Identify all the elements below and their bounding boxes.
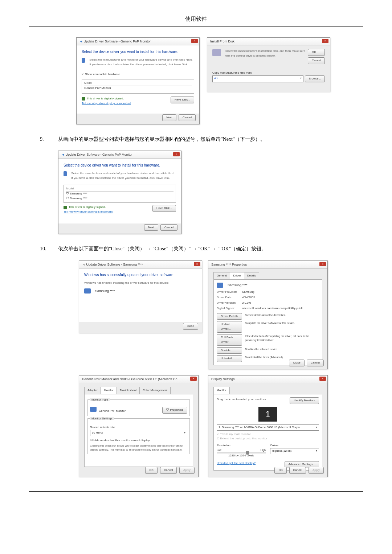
dialog-title: Update Driver Software - Generic PnP Mon… <box>83 40 151 43</box>
tab-troubleshoot[interactable]: Troubleshoot <box>117 387 140 394</box>
resolution-slider[interactable] <box>217 452 266 454</box>
model-list[interactable]: Model Generic PnP Monitor <box>82 79 194 94</box>
step-9: 9. 从画面中的显示器型号列表中选择与您的显示器相匹配的型号，然后单击"Next… <box>40 135 363 143</box>
dialog-title: Display Settings <box>211 377 235 381</box>
close-icon[interactable]: × <box>319 377 326 381</box>
cancel-button[interactable]: Cancel <box>179 114 196 121</box>
ok-button[interactable]: OK <box>308 49 325 56</box>
disable-button[interactable]: Disable <box>217 347 242 354</box>
rollback-button[interactable]: Roll Back Driver <box>217 334 242 346</box>
browse-button[interactable]: Browse... <box>305 75 325 82</box>
properties-button[interactable]: 🛡 Properties <box>162 407 187 414</box>
cancel-button[interactable]: Cancel <box>160 224 177 231</box>
back-arrow[interactable]: ◄ <box>61 153 65 156</box>
update-driver-button[interactable]: Update Driver... <box>217 321 242 333</box>
install-from-disk-dialog: Install From Disk × Insert the manufactu… <box>207 37 330 92</box>
tab-details[interactable]: Details <box>244 272 259 279</box>
tab-driver[interactable]: Driver <box>230 272 244 279</box>
close-button[interactable]: Close <box>289 360 304 366</box>
step-10: 10. 依次单击以下画面中的"Close"（关闭） → "Close"（关闭）"… <box>40 245 363 253</box>
close-button[interactable]: Close <box>183 323 198 330</box>
tab-adapter[interactable]: Adapter <box>84 387 101 394</box>
drag-label: Drag the icons to match your monitors. <box>217 397 266 404</box>
model-item[interactable]: Generic PnP Monitor <box>84 86 192 91</box>
group-title: Monitor Settings <box>90 417 114 420</box>
signer-label: Digital Signer: <box>217 306 242 311</box>
device-icon <box>84 288 91 294</box>
identify-button[interactable]: Identify Monitors <box>290 397 319 404</box>
next-button[interactable]: Next <box>144 224 158 231</box>
button-row: OK Cancel Apply <box>144 467 195 474</box>
have-disk-button[interactable]: Have Disk... <box>171 97 194 103</box>
titlebar: ◄ Update Driver Software - Samsung **** … <box>79 261 202 268</box>
path-combo[interactable]: A:\ <box>212 75 303 82</box>
cancel-button[interactable]: Cancel <box>289 467 306 474</box>
close-icon[interactable]: × <box>319 262 326 266</box>
close-icon[interactable]: × <box>173 152 180 156</box>
monitor-preview[interactable]: 1 <box>258 407 277 422</box>
step-text: 依次单击以下画面中的"Close"（关闭） → "Close"（关闭）" → "… <box>58 245 363 253</box>
figure-single: ◄ Update Driver Software - Generic PnP M… <box>58 151 363 234</box>
dialog-body: Insert the manufacturer's installation d… <box>207 45 330 92</box>
apply-button[interactable]: Apply <box>309 467 324 474</box>
refresh-label: Screen refresh rate: <box>90 425 187 430</box>
ok-button[interactable]: OK <box>145 467 158 474</box>
ok-button[interactable]: OK <box>274 467 287 474</box>
update-driver-dialog-2: ◄ Update Driver Software - Generic PnP M… <box>58 151 181 234</box>
dialog-title: Update Driver Software - Generic PnP Mon… <box>65 153 132 156</box>
signing-link[interactable]: Tell me why driver signing is important <box>64 210 113 214</box>
tab-general[interactable]: General <box>213 272 230 279</box>
cancel-button[interactable]: Cancel <box>308 57 325 64</box>
have-disk-button[interactable]: Have Disk... <box>152 205 176 212</box>
extend-checkbox: ☑ Extend the desktop onto this monitor <box>217 436 319 441</box>
button-row: OK Cancel Apply <box>273 467 324 474</box>
close-icon[interactable]: × <box>194 262 200 266</box>
uninstall-button[interactable]: Uninstall <box>217 355 242 362</box>
heading: Select the device driver you want to ins… <box>82 49 194 55</box>
step-number: 10. <box>40 245 51 253</box>
back-arrow[interactable]: ◄ <box>79 40 83 43</box>
tab-color[interactable]: Color Management <box>139 387 171 394</box>
colors-combo[interactable]: Highest (32 bit) <box>270 448 319 454</box>
tabs: Adapter Monitor Troubleshoot Color Manag… <box>84 387 193 394</box>
cancel-button[interactable]: Cancel <box>160 467 177 474</box>
hide-modes-checkbox[interactable]: ☑ Hide modes that this monitor cannot di… <box>90 438 187 443</box>
titlebar: ◄ Update Driver Software - Generic PnP M… <box>58 151 181 159</box>
dialog-body: General Driver Details Samsung **** Driv… <box>208 268 327 369</box>
tab-monitor[interactable]: Monitor <box>101 387 117 394</box>
display-settings-dialog: Display Settings × Monitor Drag the icon… <box>208 375 328 477</box>
heading: Windows has successfully updated your dr… <box>84 272 197 278</box>
titlebar: ◄ Update Driver Software - Generic PnP M… <box>77 38 199 45</box>
titlebar: Install From Disk × <box>207 38 330 45</box>
next-button[interactable]: Next <box>162 114 176 121</box>
button-row: Close <box>181 323 198 330</box>
update-driver-dialog: ◄ Update Driver Software - Generic PnP M… <box>76 37 200 124</box>
high-label: High <box>261 448 266 452</box>
close-icon[interactable]: × <box>322 39 328 43</box>
driver-details-button[interactable]: Driver Details <box>217 313 242 320</box>
model-item[interactable]: 🛡 Samsung **** <box>66 196 173 201</box>
best-display-link[interactable]: How do I get the best display? <box>217 461 256 468</box>
show-compat-checkbox[interactable]: ☑ Show compatible hardware <box>82 72 194 77</box>
monitor-select[interactable]: 1. Samsung **** on NVIDIA GeForce 6600 L… <box>217 424 319 431</box>
device-icon <box>82 58 85 63</box>
close-icon[interactable]: × <box>191 39 198 43</box>
device-icon <box>64 171 67 176</box>
hide-desc: Clearing this check box allows you to se… <box>90 444 187 452</box>
signed-label: This driver is digitally signed. <box>64 205 113 210</box>
model-list[interactable]: Model 🛡 Samsung **** 🛡 Samsung **** <box>64 185 176 203</box>
column-header: Model <box>66 186 173 192</box>
tab-monitor[interactable]: Monitor <box>213 387 230 394</box>
refresh-combo[interactable]: 60 Hertz <box>90 430 187 436</box>
model-item[interactable]: 🛡 Samsung **** <box>66 192 173 196</box>
close-icon[interactable]: × <box>190 377 197 381</box>
button-row: Next Cancel <box>161 114 196 121</box>
signing-link[interactable]: Tell me why driver signing is important <box>82 101 131 106</box>
figure-row-1: ◄ Update Driver Software - Generic PnP M… <box>44 37 363 124</box>
update-desc: To update the driver software for this d… <box>245 321 319 333</box>
disable-desc: Disables the selected device. <box>245 347 319 354</box>
group-title: Monitor Type <box>90 398 110 401</box>
cancel-button[interactable]: Cancel <box>307 360 324 366</box>
device-icon <box>217 283 223 288</box>
apply-button[interactable]: Apply <box>179 467 195 474</box>
